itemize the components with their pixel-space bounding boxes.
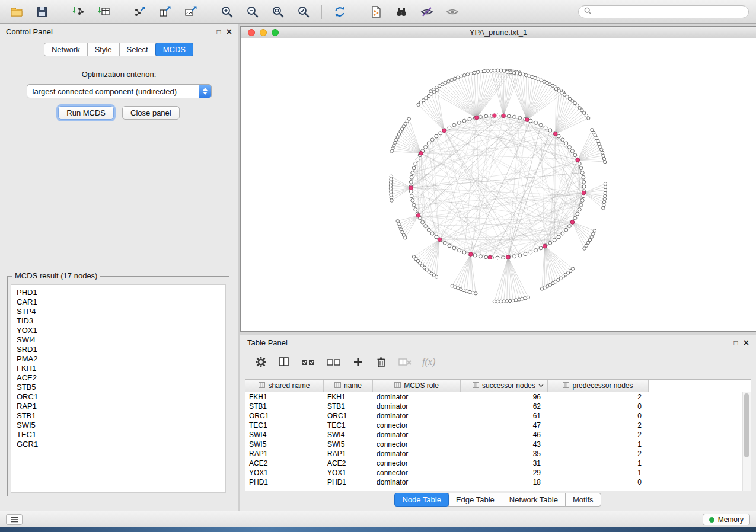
cell-shared-name: STB1 — [245, 402, 324, 411]
zoom-in-icon[interactable] — [215, 2, 239, 21]
add-column-icon[interactable] — [352, 355, 365, 368]
select-all-rows-icon[interactable] — [301, 355, 316, 368]
mcds-result-item[interactable]: FKH1 — [17, 364, 225, 373]
column-header-successor-nodes[interactable]: successor nodes — [461, 380, 548, 392]
cell-successor-nodes: 31 — [461, 459, 548, 467]
mcds-result-item[interactable]: STB1 — [17, 411, 225, 421]
mcds-result-item[interactable]: PHD1 — [17, 288, 225, 297]
table-settings-icon[interactable] — [254, 355, 267, 368]
mcds-result-item[interactable]: PMA2 — [17, 354, 225, 364]
table-row[interactable]: PHD1PHD1dominator180 — [245, 477, 743, 487]
hide-graphics-details-icon[interactable] — [415, 2, 439, 21]
table-scrollbar-thumb[interactable] — [744, 393, 749, 457]
open-file-icon[interactable] — [5, 2, 28, 21]
cell-successor-nodes: 18 — [461, 478, 548, 486]
mcds-result-item[interactable]: ACE2 — [17, 373, 225, 383]
criterion-select[interactable]: largest connected component (undirected) — [27, 84, 212, 98]
table-row[interactable]: SWI5SWI5connector431 — [245, 440, 743, 449]
cell-mcds-role: dominator — [373, 393, 461, 401]
save-icon[interactable] — [30, 2, 54, 21]
tab-network-table[interactable]: Network Table — [502, 493, 566, 507]
table-row[interactable]: SWI4SWI4dominator462 — [245, 430, 743, 440]
mcds-result-item[interactable]: STP4 — [17, 307, 225, 316]
zoom-selected-icon[interactable] — [292, 2, 315, 21]
table-row[interactable]: ACE2ACE2connector311 — [245, 459, 743, 468]
zoom-window-icon[interactable] — [272, 29, 279, 36]
application-window: Control Panel □ × NetworkStyleSelectMCDS… — [0, 0, 756, 532]
column-header-mcds-role[interactable]: MCDS role — [373, 380, 461, 392]
close-table-panel-icon[interactable]: × — [744, 338, 749, 348]
memory-button[interactable]: Memory — [703, 514, 750, 525]
column-header-shared-name[interactable]: shared name — [245, 380, 324, 392]
mcds-result-item[interactable]: SRD1 — [17, 345, 225, 354]
tab-select[interactable]: Select — [119, 43, 156, 56]
float-table-panel-icon[interactable]: □ — [733, 339, 738, 347]
delete-column-icon — [398, 355, 412, 368]
cell-shared-name: FKH1 — [245, 393, 324, 401]
close-panel-icon[interactable]: × — [227, 27, 232, 37]
tab-style[interactable]: Style — [87, 43, 120, 56]
mcds-result-list[interactable]: PHD1CAR1STP4TID3YOX1SWI4SRD1PMA2FKH1ACE2… — [11, 284, 226, 493]
float-panel-icon[interactable]: □ — [216, 28, 221, 36]
table-scrollbar[interactable] — [742, 392, 751, 491]
cell-mcds-role: dominator — [373, 402, 461, 411]
toolbar-separator — [60, 5, 60, 19]
import-network-icon[interactable] — [66, 2, 90, 21]
function-builder-icon: f(x) — [422, 357, 435, 367]
table-row[interactable]: TEC1TEC1connector472 — [245, 421, 743, 430]
export-table-icon[interactable] — [154, 2, 177, 21]
mcds-result-item[interactable]: RAP1 — [17, 402, 225, 411]
close-window-icon[interactable] — [248, 29, 255, 36]
delete-row-icon[interactable] — [375, 355, 388, 368]
tab-edge-table[interactable]: Edge Table — [448, 493, 502, 507]
mcds-result-item[interactable]: CAR1 — [17, 297, 225, 307]
tab-mcds[interactable]: MCDS — [155, 43, 193, 56]
mcds-result-item[interactable]: TEC1 — [17, 430, 225, 440]
search-icon — [584, 7, 592, 17]
network-window-titlebar[interactable]: YPA_prune.txt_1 — [241, 27, 756, 39]
mcds-result-item[interactable]: STB5 — [17, 383, 225, 392]
cell-shared-name: ORC1 — [245, 412, 324, 420]
export-image-icon[interactable] — [179, 2, 203, 21]
cell-shared-name: ACE2 — [245, 459, 324, 467]
table-row[interactable]: RAP1RAP1dominator352 — [245, 449, 743, 459]
mcds-result-item[interactable]: SWI5 — [17, 421, 225, 430]
show-graphics-details-icon[interactable] — [441, 2, 464, 21]
tab-network[interactable]: Network — [44, 43, 88, 56]
show-columns-icon[interactable] — [277, 355, 291, 368]
cell-name: FKH1 — [324, 393, 373, 401]
table-row[interactable]: FKH1FKH1dominator962 — [245, 392, 743, 402]
select-stepper-icon — [199, 85, 211, 98]
table-row[interactable]: STB1STB1dominator620 — [245, 402, 743, 411]
zoom-out-icon[interactable] — [241, 2, 264, 21]
tab-motifs[interactable]: Motifs — [565, 493, 601, 507]
column-header-predecessor-nodes[interactable]: predecessor nodes — [548, 380, 649, 392]
export-network-icon[interactable] — [128, 2, 152, 21]
search-network-icon[interactable] — [390, 2, 413, 21]
minimize-window-icon[interactable] — [260, 29, 267, 36]
table-row[interactable]: ORC1ORC1dominator610 — [245, 411, 743, 421]
refresh-layout-icon[interactable] — [328, 2, 352, 21]
network-canvas[interactable] — [241, 38, 756, 331]
memory-button-label: Memory — [718, 515, 744, 524]
cell-successor-nodes: 47 — [461, 421, 548, 430]
close-panel-button[interactable]: Close panel — [122, 106, 180, 120]
table-row[interactable]: YOX1YOX1connector291 — [245, 468, 743, 477]
mcds-result-item[interactable]: ORC1 — [17, 392, 225, 402]
deselect-all-rows-icon[interactable] — [326, 355, 342, 368]
network-file-icon[interactable] — [364, 2, 388, 21]
show-panels-icon[interactable] — [6, 514, 23, 525]
tab-node-table[interactable]: Node Table — [394, 493, 449, 507]
cell-name: STB1 — [324, 402, 373, 411]
cell-name: SWI5 — [324, 440, 373, 448]
import-table-icon[interactable] — [92, 2, 116, 21]
zoom-fit-icon[interactable] — [266, 2, 290, 21]
mcds-result-item[interactable]: TID3 — [17, 316, 225, 326]
cell-predecessor-nodes: 1 — [548, 440, 649, 448]
mcds-result-item[interactable]: GCR1 — [17, 440, 225, 449]
search-input[interactable] — [595, 7, 743, 17]
mcds-result-item[interactable]: YOX1 — [17, 326, 225, 335]
mcds-result-item[interactable]: SWI4 — [17, 335, 225, 345]
run-mcds-button[interactable]: Run MCDS — [58, 106, 114, 120]
column-header-name[interactable]: name — [324, 380, 373, 392]
